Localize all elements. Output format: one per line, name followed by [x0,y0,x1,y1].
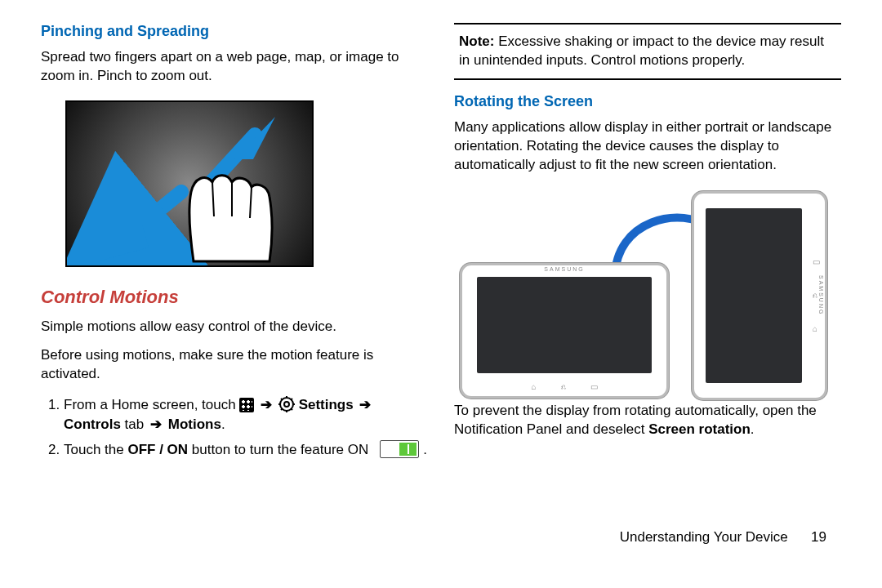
step-1: From a Home screen, touch ➔ Settings ➔ C… [64,395,428,435]
controls-label: Controls [64,416,121,432]
settings-label: Settings [299,397,354,412]
arrow-icon: ➔ [359,397,371,412]
apps-grid-icon [239,398,254,412]
tablet-nav-icons: ⌂⎌▭ [462,382,666,391]
on-word: ON [348,442,369,457]
tablet-nav-icons: ▭⎌⌂ [813,194,820,398]
tablet-landscape: SAMSUNG ⌂⎌▭ [460,263,669,399]
heading-pinching: Pinching and Spreading [41,23,428,40]
para-rotating: Many applications allow display in eithe… [454,118,841,175]
svg-line-6 [281,399,283,400]
svg-line-7 [291,408,292,410]
note-box: Note: Excessive shaking or impact to the… [454,23,841,80]
brand-label: SAMSUNG [462,266,666,272]
heading-control-motions: Control Motions [41,287,428,308]
settings-gear-icon [278,396,295,412]
motions-label: Motions [168,416,221,432]
para-prevent-rotation: To prevent the display from rotating aut… [454,402,841,439]
page-footer: Understanding Your Device 19 [0,523,882,546]
step1-pre: From a Home screen, touch [64,397,239,412]
p2-post: . [751,421,755,437]
step2-mid: button to turn the feature [192,442,348,457]
para-motions-2: Before using motions, make sure the moti… [41,346,428,384]
svg-point-1 [284,402,289,407]
steps-list: From a Home screen, touch ➔ Settings ➔ C… [41,395,428,466]
arrow-icon: ➔ [261,397,272,412]
step2-pre: Touch the [64,442,127,457]
tablet-screen [477,277,652,373]
tablet-portrait: SAMSUNG ▭⎌⌂ [692,191,827,400]
tab-word: tab [121,416,148,432]
right-column: Note: Excessive shaking or impact to the… [454,20,841,514]
svg-line-9 [281,408,283,410]
off-on-label: OFF / ON [127,442,188,457]
step-2: Touch the OFF / ON button to turn the fe… [64,440,428,461]
pinch-spread-illustration [65,100,314,267]
rotation-illustration: SAMSUNG ⌂⎌▭ SAMSUNG ▭⎌⌂ [460,191,835,387]
note-label: Note: [459,33,494,49]
pinch-illustration-svg [67,102,312,265]
arrow-icon: ➔ [150,416,162,432]
p2-pre: To prevent the display from rotating aut… [454,403,817,437]
footer-page-number: 19 [811,529,826,545]
screen-rotation-label: Screen rotation [648,421,751,437]
svg-line-8 [291,399,292,400]
heading-rotating: Rotating the Screen [454,93,841,110]
toggle-on-icon [380,440,419,458]
left-column: Pinching and Spreading Spread two finger… [41,20,428,514]
para-motions-1: Simple motions allow easy control of the… [41,318,428,336]
para-pinching: Spread two fingers apart on a web page, … [41,48,428,86]
footer-chapter: Understanding Your Device [620,529,788,545]
note-body: Excessive shaking or impact to the devic… [459,33,824,68]
tablet-screen [706,208,802,383]
page: Pinching and Spreading Spread two finger… [0,0,882,523]
